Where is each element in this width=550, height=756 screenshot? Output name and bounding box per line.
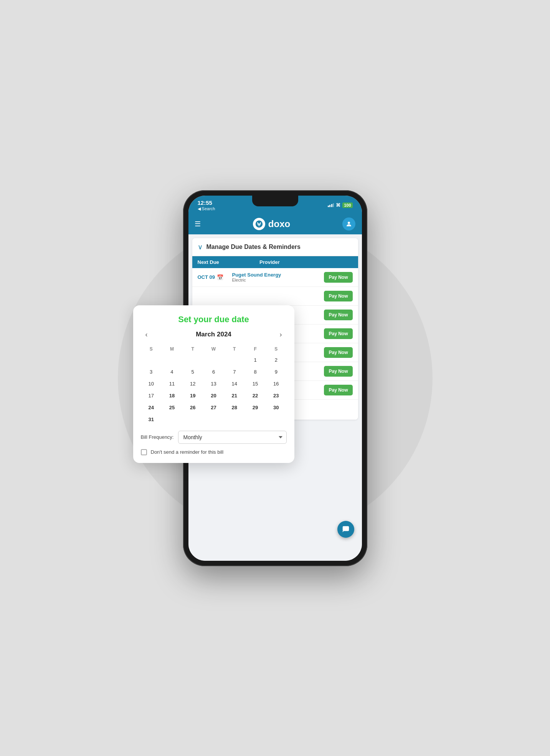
status-time: 12:55 (198, 199, 215, 206)
cal-day-30[interactable]: 30 (266, 402, 286, 413)
status-search: ◀ Search (198, 206, 215, 211)
pay-now-button[interactable]: Pay Now (324, 366, 352, 377)
calendar-week3: 10 11 12 13 14 15 16 (141, 379, 287, 389)
doxo-logo-svg (255, 220, 263, 228)
cal-day-21[interactable]: 21 (224, 390, 245, 401)
cal-day-15[interactable]: 15 (245, 379, 266, 389)
cal-day-empty (141, 355, 162, 365)
cal-day-empty (203, 355, 224, 365)
hamburger-menu[interactable]: ☰ (195, 220, 201, 228)
table-row: OCT 09 📅 Puget Sound Energy Electric Pay… (192, 268, 358, 287)
frequency-label: Bill Frequency: (141, 434, 174, 440)
cal-day-23[interactable]: 23 (266, 390, 286, 401)
pay-now-button[interactable]: Pay Now (324, 310, 352, 320)
calendar-next-button[interactable]: › (277, 329, 285, 340)
bill-info: Puget Sound Energy Electric (232, 272, 324, 282)
cal-day-empty (162, 414, 182, 425)
cal-day-1[interactable]: 1 (245, 355, 266, 365)
cal-day-28[interactable]: 28 (224, 402, 245, 413)
cal-day-17[interactable]: 17 (141, 390, 162, 401)
cal-day-24[interactable]: 24 (141, 402, 162, 413)
cal-day-empty (245, 414, 266, 425)
col-header-provider: Provider (259, 259, 352, 265)
calendar-week1: 1 2 (141, 355, 287, 365)
day-header-w: W (203, 345, 224, 353)
frequency-select[interactable]: Monthly Weekly Bi-Weekly Quarterly Annua… (178, 431, 286, 444)
status-left: 12:55 ◀ Search (198, 199, 215, 211)
cal-day-25[interactable]: 25 (162, 402, 182, 413)
cal-day-12[interactable]: 12 (182, 379, 203, 389)
table-row: Pay Now (192, 287, 358, 306)
cal-day-2[interactable]: 2 (266, 355, 286, 365)
cal-day-14[interactable]: 14 (224, 379, 245, 389)
cal-day-31[interactable]: 31 (141, 414, 162, 425)
reminder-checkbox[interactable] (141, 449, 147, 455)
cal-day-empty (224, 355, 245, 365)
cal-day-6[interactable]: 6 (203, 367, 224, 377)
cal-day-20[interactable]: 20 (203, 390, 224, 401)
calendar-week5: 24 25 26 27 28 29 30 (141, 402, 287, 413)
bill-type: Electric (232, 278, 324, 282)
bill-provider-name: Puget Sound Energy (232, 272, 324, 278)
calendar-prev-button[interactable]: ‹ (142, 329, 151, 340)
pay-now-button[interactable]: Pay Now (324, 272, 352, 283)
cal-day-26[interactable]: 26 (182, 402, 203, 413)
logo: doxo (253, 218, 290, 230)
signal-bar-3 (331, 204, 332, 207)
logo-text: doxo (268, 219, 290, 229)
modal-card: Set your due date ‹ March 2024 › S M T W… (133, 305, 294, 463)
bill-date-oct09: OCT 09 📅 (198, 274, 232, 280)
signal-bar-4 (333, 203, 334, 207)
cal-day-empty (182, 355, 203, 365)
day-header-t2: T (224, 345, 245, 353)
top-nav: ☰ doxo (188, 214, 362, 234)
calendar-week4: 17 18 19 20 21 22 23 (141, 390, 287, 401)
pay-now-button[interactable]: Pay Now (324, 385, 352, 395)
cal-day-22[interactable]: 22 (245, 390, 266, 401)
wifi-icon: ⌘ (336, 203, 340, 208)
cal-day-empty (224, 414, 245, 425)
cal-day-27[interactable]: 27 (203, 402, 224, 413)
pay-now-button[interactable]: Pay Now (324, 328, 352, 339)
cal-day-5[interactable]: 5 (182, 367, 203, 377)
calendar-day-headers: S M T W T F S (141, 345, 287, 353)
profile-button[interactable] (342, 217, 355, 231)
table-header: Next Due Provider (192, 256, 358, 268)
col-header-next-due: Next Due (198, 259, 260, 265)
calendar-header: ‹ March 2024 › (141, 329, 287, 340)
cal-day-7[interactable]: 7 (224, 367, 245, 377)
pay-now-button[interactable]: Pay Now (324, 291, 352, 301)
chat-icon (342, 525, 350, 534)
manage-header: ∨ Manage Due Dates & Reminders (192, 238, 358, 256)
chat-fab-button[interactable] (337, 521, 354, 538)
cal-day-18[interactable]: 18 (162, 390, 182, 401)
logo-icon (253, 218, 265, 230)
day-header-m: M (162, 345, 182, 353)
cal-day-3[interactable]: 3 (141, 367, 162, 377)
cal-day-4[interactable]: 4 (162, 367, 182, 377)
calendar-week2: 3 4 5 6 7 8 9 (141, 367, 287, 377)
cal-day-13[interactable]: 13 (203, 379, 224, 389)
cal-day-9[interactable]: 9 (266, 367, 286, 377)
signal-bar-1 (328, 206, 329, 207)
page-wrapper: Set your due date ‹ March 2024 › S M T W… (0, 0, 550, 756)
reminder-row: Don't send a reminder for this bill (141, 449, 287, 455)
day-header-s2: S (266, 345, 286, 353)
cal-day-16[interactable]: 16 (266, 379, 286, 389)
battery-indicator: 100 (342, 203, 352, 208)
calendar-icon: 📅 (217, 274, 223, 280)
cal-day-empty (182, 414, 203, 425)
signal-bars (328, 203, 334, 207)
cal-day-29[interactable]: 29 (245, 402, 266, 413)
modal-title: Set your due date (141, 315, 287, 324)
cal-day-19[interactable]: 19 (182, 390, 203, 401)
svg-point-1 (348, 222, 350, 224)
notch (252, 196, 298, 206)
cal-day-11[interactable]: 11 (162, 379, 182, 389)
pay-now-button[interactable]: Pay Now (324, 347, 352, 358)
cal-day-empty (266, 414, 286, 425)
cal-day-10[interactable]: 10 (141, 379, 162, 389)
day-header-f: F (245, 345, 266, 353)
cal-day-8[interactable]: 8 (245, 367, 266, 377)
calendar-grid: S M T W T F S 1 2 (141, 345, 287, 425)
